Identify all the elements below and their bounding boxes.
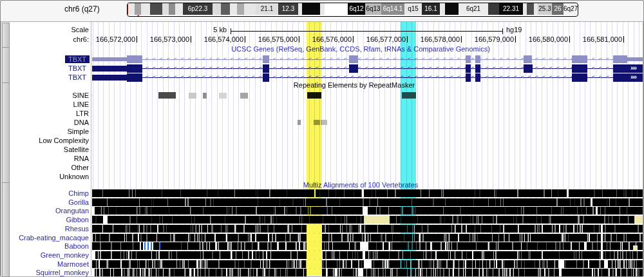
exon-box[interactable] bbox=[466, 73, 471, 82]
alignment-tick bbox=[544, 260, 545, 268]
exon-box[interactable] bbox=[263, 64, 269, 73]
alignment-tick bbox=[523, 207, 524, 215]
exon-box[interactable] bbox=[92, 75, 127, 81]
multiz-species-label-squirrel_monkey[interactable]: Squirrel_monkey bbox=[0, 269, 89, 276]
alignment-tick bbox=[492, 216, 493, 224]
track-reorder-handle[interactable] bbox=[2, 82, 10, 183]
multiz-species-label-marmoset[interactable]: Marmoset bbox=[0, 260, 89, 268]
repeat-element-box[interactable] bbox=[203, 93, 207, 99]
alignment-tick bbox=[100, 251, 101, 259]
multiz-alignment-bar-orangutan[interactable] bbox=[92, 207, 643, 215]
multiz-alignment-bar-squirrel_monkey[interactable] bbox=[92, 269, 643, 276]
alignment-tick bbox=[577, 225, 578, 233]
multiz-alignment-bar-chimp[interactable] bbox=[92, 189, 643, 197]
repeat-element-box[interactable] bbox=[240, 93, 248, 99]
alignment-gap bbox=[604, 260, 607, 268]
exon-box[interactable] bbox=[263, 73, 269, 82]
ideogram-box[interactable]: 6p22.321.112.36q126q136q14.1q1516.16q212… bbox=[127, 3, 578, 17]
multiz-species-label-green_monkey[interactable]: Green_monkey bbox=[0, 251, 89, 259]
exon-box[interactable] bbox=[524, 64, 533, 73]
exon-box[interactable] bbox=[92, 57, 127, 61]
alignment-tick bbox=[449, 269, 450, 276]
genes-track-title[interactable]: UCSC Genes (RefSeq, GenBank, CCDS, Rfam,… bbox=[231, 45, 490, 53]
alignment-tick bbox=[521, 207, 522, 215]
exon-box[interactable] bbox=[627, 57, 643, 61]
exon-box[interactable] bbox=[263, 55, 269, 63]
exon-box[interactable] bbox=[572, 73, 587, 82]
multiz-species-label-rhesus[interactable]: Rhesus bbox=[0, 225, 89, 233]
alignment-tick bbox=[392, 269, 393, 276]
exon-box[interactable] bbox=[613, 55, 627, 63]
exon-box[interactable] bbox=[475, 73, 480, 82]
alignment-tick bbox=[480, 225, 481, 233]
alignment-tick bbox=[205, 198, 206, 206]
gene-label-tbxt-1[interactable]: TBXT bbox=[65, 64, 90, 72]
exon-box[interactable] bbox=[613, 64, 643, 73]
gene-label-tbxt-2[interactable]: TBXT bbox=[65, 73, 90, 81]
exon-box[interactable] bbox=[127, 73, 142, 82]
multiz-alignment-bar-crab-eating_macaque[interactable] bbox=[92, 234, 643, 242]
multiz-species-label-gorilla[interactable]: Gorilla bbox=[0, 198, 89, 206]
alignment-tick bbox=[106, 260, 107, 268]
exon-box[interactable] bbox=[466, 64, 471, 73]
exon-box[interactable] bbox=[572, 64, 587, 73]
alignment-tick bbox=[609, 269, 610, 276]
multiz-alignment-bar-baboon[interactable] bbox=[92, 242, 643, 250]
gene-label-tbxt-0[interactable]: TBXT bbox=[65, 55, 90, 63]
exon-box[interactable] bbox=[475, 64, 480, 73]
multiz-species-label-gibbon[interactable]: Gibbon bbox=[0, 216, 89, 224]
alignment-gap bbox=[363, 251, 365, 259]
track-reorder-handle[interactable] bbox=[2, 47, 10, 83]
repeat-element-box[interactable] bbox=[189, 93, 196, 99]
multiz-alignment-bar-rhesus[interactable] bbox=[92, 225, 643, 233]
alignment-tick bbox=[452, 269, 453, 276]
exon-box[interactable] bbox=[127, 64, 142, 73]
alignment-tick bbox=[238, 260, 239, 268]
repeat-element-box[interactable] bbox=[158, 92, 176, 99]
exon-box[interactable] bbox=[127, 55, 142, 63]
alignment-tick bbox=[573, 225, 574, 233]
exon-box[interactable] bbox=[92, 66, 127, 72]
alignment-tick bbox=[176, 260, 177, 268]
alignment-tick bbox=[332, 234, 332, 242]
strand-arrow-icon: < bbox=[259, 65, 262, 72]
alignment-tick bbox=[151, 251, 152, 259]
multiz-species-label-baboon[interactable]: Baboon bbox=[0, 242, 89, 250]
strand-arrow-icon: < bbox=[216, 74, 220, 81]
alignment-tick bbox=[375, 251, 375, 259]
alignment-tick bbox=[377, 225, 378, 233]
alignment-tick bbox=[426, 251, 427, 259]
alignment-tick bbox=[616, 189, 617, 197]
alignment-tick bbox=[329, 234, 330, 242]
exon-box[interactable] bbox=[349, 55, 358, 63]
multiz-alignment-bar-marmoset[interactable] bbox=[92, 260, 643, 268]
exon-box[interactable] bbox=[613, 73, 643, 82]
multiz-species-label-crab-eating_macaque[interactable]: Crab-eating_macaque bbox=[0, 234, 89, 242]
alignment-tick bbox=[429, 260, 430, 268]
multiz-species-label-chimp[interactable]: Chimp bbox=[0, 189, 89, 197]
alignment-tick bbox=[229, 242, 230, 250]
multiz-alignment-bar-gorilla[interactable] bbox=[92, 198, 643, 206]
repeat-element-box[interactable] bbox=[298, 120, 301, 125]
multiz-alignment-bar-green_monkey[interactable] bbox=[92, 251, 643, 259]
exon-box[interactable] bbox=[572, 55, 587, 63]
exon-box[interactable] bbox=[349, 64, 358, 73]
exon-box[interactable] bbox=[524, 55, 532, 63]
strand-arrow-icon: < bbox=[202, 56, 205, 62]
multiz-species-label-orangutan[interactable]: Orangutan bbox=[0, 207, 89, 215]
alignment-tick bbox=[488, 198, 489, 206]
repeat-element-box[interactable] bbox=[219, 93, 227, 99]
multiz-alignment-bar-gibbon[interactable] bbox=[92, 216, 643, 224]
track-reorder-handle[interactable] bbox=[2, 23, 10, 48]
alignment-tick bbox=[556, 198, 558, 206]
alignment-tick bbox=[582, 251, 582, 259]
repeat-row-label-simple: Simple bbox=[0, 128, 89, 135]
exon-box[interactable] bbox=[475, 55, 480, 63]
alignment-gap bbox=[196, 260, 198, 268]
scale-bar-label: 5 kb bbox=[175, 26, 227, 33]
alignment-blue bbox=[147, 242, 149, 250]
alignment-tick bbox=[251, 260, 252, 268]
exon-box[interactable] bbox=[466, 55, 471, 63]
track-reorder-handle[interactable] bbox=[2, 182, 10, 277]
ideogram-band: 6q27 bbox=[564, 3, 576, 15]
